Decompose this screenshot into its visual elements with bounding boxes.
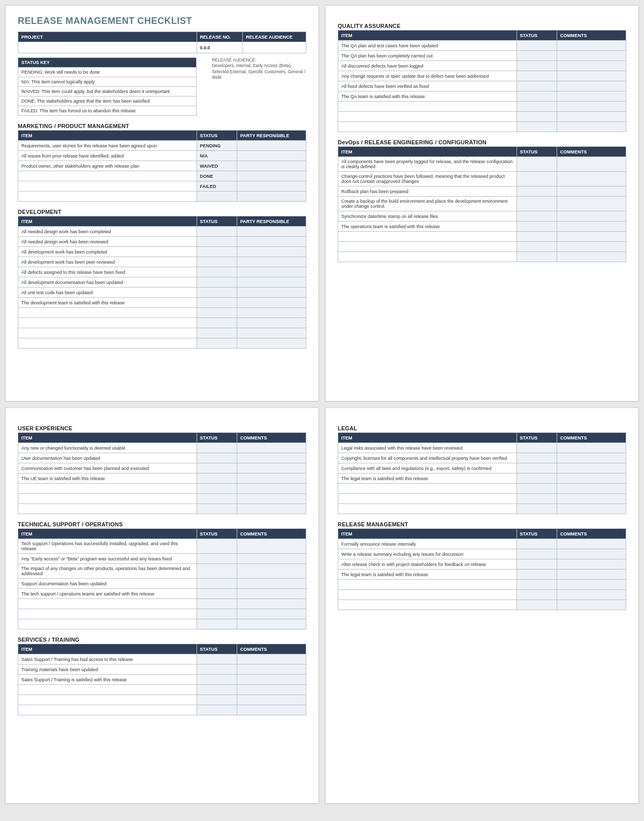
status-cell[interactable]	[517, 172, 557, 186]
comments-cell[interactable]	[557, 252, 626, 262]
status-cell[interactable]	[197, 247, 237, 257]
comments-cell[interactable]	[557, 112, 626, 122]
status-cell[interactable]	[197, 484, 237, 494]
status-cell[interactable]	[197, 504, 237, 514]
item-cell[interactable]: Requirements, user stories for this rele…	[18, 141, 197, 151]
status-cell[interactable]	[197, 453, 237, 463]
item-cell[interactable]	[18, 181, 197, 192]
status-cell[interactable]	[517, 504, 557, 514]
item-cell[interactable]	[338, 484, 517, 494]
comments-cell[interactable]	[557, 539, 626, 549]
item-cell[interactable]: Compliance with all laws and regulations…	[338, 463, 517, 473]
item-cell[interactable]	[338, 112, 517, 122]
party-cell[interactable]	[237, 328, 306, 338]
comments-cell[interactable]	[557, 122, 626, 132]
status-cell[interactable]	[517, 549, 557, 559]
status-cell[interactable]	[517, 484, 557, 494]
status-cell[interactable]	[517, 186, 557, 197]
status-cell[interactable]	[197, 443, 237, 453]
item-cell[interactable]: Legal risks associated with this release…	[338, 443, 517, 453]
item-cell[interactable]: Training materials have been updated	[18, 665, 197, 675]
status-cell[interactable]	[517, 122, 557, 132]
status-cell[interactable]	[197, 675, 237, 685]
party-cell[interactable]	[237, 161, 306, 171]
comments-cell[interactable]	[557, 71, 626, 81]
status-cell[interactable]	[517, 494, 557, 504]
comments-cell[interactable]	[557, 211, 626, 222]
item-cell[interactable]	[18, 619, 197, 629]
comments-cell[interactable]	[237, 494, 306, 504]
status-cell[interactable]	[197, 237, 237, 247]
comments-cell[interactable]	[557, 559, 626, 570]
comments-cell[interactable]	[237, 665, 306, 675]
item-cell[interactable]: The development team is satisfied with t…	[18, 298, 197, 308]
item-cell[interactable]	[18, 599, 197, 609]
item-cell[interactable]	[338, 600, 517, 610]
status-cell[interactable]: PENDING	[197, 141, 237, 151]
status-cell[interactable]	[197, 539, 237, 554]
party-cell[interactable]	[237, 192, 306, 202]
comments-cell[interactable]	[557, 41, 626, 51]
item-cell[interactable]	[18, 685, 197, 695]
party-cell[interactable]	[237, 298, 306, 308]
comments-cell[interactable]	[237, 564, 306, 579]
party-cell[interactable]	[237, 151, 306, 161]
comments-cell[interactable]	[237, 463, 306, 473]
comments-cell[interactable]	[557, 570, 626, 580]
item-cell[interactable]: The tech support / operations teams are …	[18, 589, 197, 599]
status-cell[interactable]	[517, 81, 557, 91]
status-cell[interactable]	[517, 232, 557, 242]
status-cell[interactable]	[197, 227, 237, 237]
comments-cell[interactable]	[237, 453, 306, 463]
item-cell[interactable]: Change-control practices have been follo…	[338, 172, 517, 186]
item-cell[interactable]: All unit test code has been updated	[18, 288, 197, 298]
item-cell[interactable]: Write a release summary including any is…	[338, 549, 517, 559]
status-cell[interactable]	[517, 157, 557, 172]
party-cell[interactable]	[237, 247, 306, 257]
status-cell[interactable]	[517, 590, 557, 600]
status-cell[interactable]	[517, 61, 557, 71]
status-cell[interactable]: DONE	[197, 171, 237, 181]
comments-cell[interactable]	[237, 675, 306, 685]
item-cell[interactable]	[18, 308, 197, 318]
comments-cell[interactable]	[237, 484, 306, 494]
item-cell[interactable]	[338, 494, 517, 504]
comments-cell[interactable]	[557, 600, 626, 610]
status-cell[interactable]	[197, 609, 237, 619]
item-cell[interactable]	[338, 504, 517, 514]
comments-cell[interactable]	[557, 222, 626, 232]
item-cell[interactable]	[338, 580, 517, 590]
status-cell[interactable]: WAIVED	[197, 161, 237, 171]
comments-cell[interactable]	[237, 599, 306, 609]
status-cell[interactable]	[517, 222, 557, 232]
party-cell[interactable]	[237, 288, 306, 298]
status-cell[interactable]	[197, 554, 237, 564]
status-cell[interactable]	[517, 443, 557, 453]
comments-cell[interactable]	[237, 443, 306, 453]
comments-cell[interactable]	[557, 157, 626, 172]
comments-cell[interactable]	[557, 453, 626, 463]
item-cell[interactable]: The QA plan has been completely carried …	[338, 51, 517, 61]
release-audience-value[interactable]	[243, 42, 306, 53]
party-cell[interactable]	[237, 141, 306, 151]
comments-cell[interactable]	[557, 232, 626, 242]
comments-cell[interactable]	[557, 186, 626, 197]
comments-cell[interactable]	[557, 580, 626, 590]
party-cell[interactable]	[237, 267, 306, 277]
status-cell[interactable]	[197, 589, 237, 599]
item-cell[interactable]: All components have been properly tagged…	[338, 157, 517, 172]
item-cell[interactable]: Any new or changed functionality is deem…	[18, 443, 197, 453]
party-cell[interactable]	[237, 308, 306, 318]
status-cell[interactable]	[197, 318, 237, 328]
status-cell[interactable]	[197, 338, 237, 349]
item-cell[interactable]	[338, 242, 517, 252]
status-cell[interactable]	[517, 51, 557, 61]
item-cell[interactable]: Tech support / Operations has successful…	[18, 539, 197, 554]
status-cell[interactable]	[517, 559, 557, 570]
party-cell[interactable]	[237, 257, 306, 267]
item-cell[interactable]: The QA plan and test cases have been upd…	[338, 41, 517, 51]
party-cell[interactable]	[237, 227, 306, 237]
item-cell[interactable]	[338, 102, 517, 112]
item-cell[interactable]: Any change requests or spec update due t…	[338, 71, 517, 81]
status-cell[interactable]	[197, 328, 237, 338]
